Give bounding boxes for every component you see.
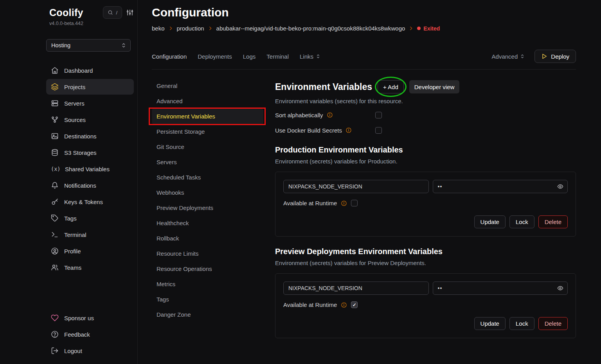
delete-button[interactable]: Delete [538,215,568,228]
sidebar-item-tags[interactable]: Tags [46,210,134,226]
home-icon [51,66,59,74]
info-icon[interactable] [327,112,333,118]
docker-build-secrets-row: Use Docker Build Secrets [275,126,576,135]
advanced-dropdown[interactable]: Advanced [492,53,525,60]
delete-button[interactable]: Delete [538,317,568,330]
subnav-item-metrics[interactable]: Metrics [152,276,263,292]
info-icon[interactable] [341,200,347,206]
subnav-item-scheduled-tasks[interactable]: Scheduled Tasks [152,170,263,185]
sidebar-item-s3-storages[interactable]: S3 Storages [46,145,134,160]
info-icon[interactable] [345,127,352,133]
search-button[interactable]: / [103,6,122,19]
variable-value-input[interactable] [433,180,568,193]
subnav-item-danger-zone[interactable]: Danger Zone [152,307,263,322]
settings-sliders-button[interactable] [126,9,134,16]
variable-key-input[interactable] [283,180,429,193]
breadcrumb-resource[interactable]: abubakar--meigag/vid-tube-beko-pro:main-… [216,25,405,32]
app-version: v4.0.0-beta.442 [49,21,134,26]
breadcrumb-environment[interactable]: production [177,25,204,32]
sidebar-item-sources[interactable]: Sources [46,112,134,127]
production-variable-card: Available at Runtime Update Lock Delete [275,172,576,237]
sidebar-item-label: Dashboard [64,67,93,74]
team-select[interactable]: Hosting [46,39,131,52]
status-label: Exited [423,25,440,32]
sidebar-item-dashboard[interactable]: Dashboard [46,63,134,78]
deploy-button[interactable]: Deploy [534,50,576,63]
sidebar-item-terminal[interactable]: Terminal [46,227,134,242]
subnav-item-environment-variables[interactable]: Environment Variables [152,109,263,124]
subnav-item-git-source[interactable]: Git Source [152,139,263,154]
breadcrumb-project[interactable]: beko [152,25,165,32]
subnav-item-preview-deployments[interactable]: Preview Deployments [152,200,263,215]
subnav-item-general[interactable]: General [152,78,263,93]
sidebar-item-label: Tags [64,215,77,222]
sidebar-item-label: Sponsor us [64,315,94,321]
subnav-item-resource-operations[interactable]: Resource Operations [152,261,263,276]
sidebar-item-logout[interactable]: Logout [46,343,134,359]
subnav-item-rollback[interactable]: Rollback [152,231,263,246]
main-content: Configuration beko production abubakar--… [138,0,601,364]
tabs: Configuration Deployments Logs Terminal … [152,53,321,60]
sidebar-item-sponsor[interactable]: Sponsor us [46,310,134,326]
help-circle-icon [51,330,59,338]
tab-deployments[interactable]: Deployments [198,53,232,60]
sidebar-item-label: Projects [64,84,85,90]
sidebar-item-label: Notifications [64,182,96,189]
update-button[interactable]: Update [474,317,506,330]
team-select-value: Hosting [51,42,70,48]
variable-value-input[interactable] [433,282,568,295]
subnav-item-servers[interactable]: Servers [152,154,263,170]
variable-key-input[interactable] [283,282,429,295]
lock-button[interactable]: Lock [509,215,534,228]
sidebar-item-destinations[interactable]: Destinations [46,128,134,144]
subnav-item-healthcheck[interactable]: Healthcheck [152,215,263,231]
sidebar-item-feedback[interactable]: Feedback [46,326,134,342]
subnav-item-persistent-storage[interactable]: Persistent Storage [152,124,263,139]
subnav-item-resource-limits[interactable]: Resource Limits [152,246,263,261]
search-icon [108,10,113,15]
available-at-runtime-checkbox[interactable] [351,200,358,206]
sidebar-item-profile[interactable]: Profile [46,243,134,259]
sidebar-item-shared-variables[interactable]: (x) Shared Variables [46,161,134,177]
sort-alphabetically-checkbox[interactable] [375,112,382,118]
variable-value-wrap [433,282,568,295]
environment-variables-panel: Environment Variables + Add Developer vi… [275,78,576,338]
lock-button[interactable]: Lock [509,317,534,330]
sidebar-item-teams[interactable]: Teams [46,260,134,275]
preview-section-subtitle: Environment (secrets) variables for Prev… [275,260,576,266]
sidebar-item-servers[interactable]: Servers [46,95,134,111]
app-logo[interactable]: Coolify [49,7,99,18]
chevron-right-icon [168,26,173,31]
sidebar-item-label: Feedback [64,331,90,338]
available-at-runtime-checkbox[interactable] [351,301,358,308]
preview-section-title: Preview Deployments Environment Variable… [275,247,576,256]
subnav-item-advanced[interactable]: Advanced [152,93,263,109]
tab-logs[interactable]: Logs [243,53,256,60]
sidebar-item-keys-tokens[interactable]: Keys & Tokens [46,194,134,210]
destination-icon [51,132,59,140]
info-icon[interactable] [341,302,347,308]
developer-view-button[interactable]: Developer view [409,80,460,93]
tab-terminal[interactable]: Terminal [266,53,289,60]
subnav-item-tags[interactable]: Tags [152,292,263,307]
reveal-value-button[interactable] [557,285,563,291]
panel-title: Environment Variables [275,82,372,92]
bell-icon [51,181,59,189]
docker-build-secrets-checkbox[interactable] [375,127,382,134]
subnav-item-webhooks[interactable]: Webhooks [152,185,263,200]
git-branch-icon [51,116,59,124]
sidebar-inner: Coolify / v4.0.0-beta.442 Hosting Dashbo… [46,0,134,364]
tab-links[interactable]: Links [300,53,321,60]
update-button[interactable]: Update [474,215,506,228]
tab-configuration[interactable]: Configuration [152,53,187,60]
sidebar: Coolify / v4.0.0-beta.442 Hosting Dashbo… [0,0,138,364]
advanced-label: Advanced [492,53,518,60]
chevrons-up-down-icon [315,54,321,59]
add-variable-button[interactable]: + Add [378,80,404,93]
tab-bar: Configuration Deployments Logs Terminal … [152,50,576,70]
sidebar-item-notifications[interactable]: Notifications [46,178,134,193]
config-subnav: General Advanced Environment Variables P… [152,78,263,338]
sidebar-item-projects[interactable]: Projects [46,79,134,95]
reveal-value-button[interactable] [557,183,563,190]
eye-icon [557,183,563,190]
